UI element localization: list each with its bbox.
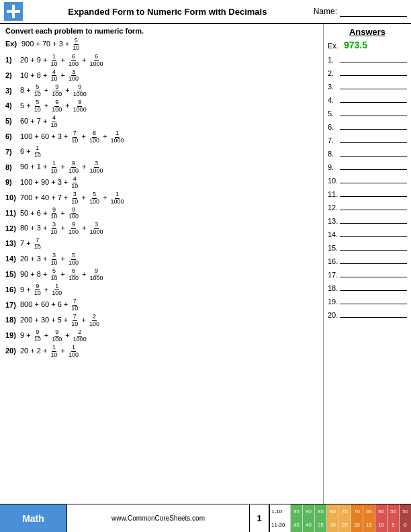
prob-num: 14)	[5, 253, 20, 265]
prob-num: 19)	[5, 330, 20, 341]
answer-line: 12.	[328, 201, 407, 212]
answer-line: 5.	[328, 107, 407, 118]
score-row: 11-20454035302520151050	[270, 519, 411, 533]
problems-container: 1)20 + 9 + 110 + 6100 + 610002)10 + 8 + …	[5, 54, 318, 359]
problem-row: 13)7 + 710	[5, 237, 318, 251]
main-content: Convert each problem to numeric form. Ex…	[0, 24, 411, 504]
math-button[interactable]: Math	[0, 504, 67, 532]
fraction: 310	[50, 222, 58, 236]
score-cell: 20	[351, 519, 363, 533]
answer-line-num: 18.	[328, 284, 340, 292]
fraction: 710	[71, 130, 79, 144]
fraction: 410	[50, 115, 58, 129]
score-cell: 25	[338, 519, 351, 533]
score-cell: 10	[375, 519, 387, 533]
fraction: 910	[50, 207, 58, 221]
answer-line-num: 13.	[328, 217, 340, 225]
answer-line-num: 19.	[328, 298, 340, 306]
answer-blank	[340, 161, 407, 170]
answer-blank	[340, 187, 407, 197]
prob-expr: 20 + 3 + 310 + 5100	[20, 253, 80, 267]
problem-row: 17)800 + 60 + 6 + 710	[5, 298, 318, 312]
example-row: Ex) 900 + 70 + 3 + 510	[5, 38, 318, 52]
prob-expr: 800 + 60 + 6 + 710	[20, 298, 79, 312]
score-range-label: 1-10	[270, 508, 290, 515]
prob-num: 9)	[5, 177, 20, 188]
fraction: 61000	[89, 54, 104, 68]
footer-website: www.CommonCoreSheets.com	[67, 504, 249, 532]
answer-blank	[340, 120, 407, 130]
instructions: Convert each problem to numeric form.	[5, 27, 318, 35]
fraction: 710	[71, 298, 79, 312]
answer-line: 15.	[328, 241, 407, 252]
answer-line-num: 3.	[328, 83, 340, 91]
fraction: 1100	[51, 283, 62, 298]
answer-line-num: 1.	[328, 56, 340, 64]
problem-row: 7)6 + 110	[5, 145, 318, 159]
score-range-label: 11-20	[270, 522, 290, 528]
prob-num: 18)	[5, 314, 20, 326]
problem-row: 6)100 + 60 + 3 + 710 + 6100 + 11000	[5, 130, 318, 144]
fraction: 1100	[68, 345, 79, 359]
fraction: 510	[50, 268, 58, 282]
fraction: 110	[50, 54, 58, 68]
answer-blank	[340, 295, 407, 304]
fraction: 310	[71, 191, 79, 206]
score-cell: 50	[399, 504, 411, 519]
answer-line-num: 7.	[328, 136, 340, 144]
answer-blank	[340, 80, 407, 89]
problem-row: 5)60 + 7 + 410	[5, 115, 318, 129]
prob-expr: 50 + 6 + 910 + 9100	[20, 207, 80, 221]
answer-blank	[340, 308, 407, 318]
fraction: 110	[34, 145, 42, 159]
prob-num: 10)	[5, 192, 20, 204]
fraction: 11000	[109, 130, 124, 144]
prob-expr: 90 + 1 + 110 + 9100 + 31000	[20, 161, 105, 175]
prob-num: 2)	[5, 70, 20, 81]
answer-line: 10.	[328, 174, 407, 185]
fraction: 9100	[51, 84, 62, 98]
fraction: 310	[50, 253, 58, 267]
problem-row: 15)90 + 8 + 510 + 6100 + 91000	[5, 268, 318, 282]
answer-line: 9.	[328, 161, 407, 171]
ex-label: Ex)	[5, 40, 21, 48]
answer-line-num: 17.	[328, 271, 340, 279]
prob-expr: 9 + 910 + 1100	[20, 283, 63, 298]
answer-line-num: 9.	[328, 163, 340, 171]
fraction: 510	[34, 99, 42, 114]
prob-expr: 100 + 90 + 3 + 410	[20, 176, 79, 190]
answer-blank	[340, 281, 407, 291]
fraction: 21000	[73, 329, 87, 343]
answer-blank	[340, 241, 407, 251]
prob-num: 8)	[5, 162, 20, 173]
answer-line: 1.	[328, 53, 407, 64]
problem-row: 11)50 + 6 + 910 + 9100	[5, 207, 318, 221]
prob-expr: 20 + 9 + 110 + 6100 + 61000	[20, 54, 105, 68]
problem-row: 4)5 + 510 + 9100 + 91000	[5, 99, 318, 114]
problem-row: 18)200 + 30 + 5 + 710 + 2100	[5, 314, 318, 328]
answer-line: 13.	[328, 214, 407, 225]
prob-num: 3)	[5, 85, 20, 97]
fraction: 110	[50, 345, 58, 359]
fraction: 91000	[73, 99, 87, 114]
prob-num: 6)	[5, 131, 20, 142]
answers-title: Answers	[328, 27, 407, 37]
prob-num: 12)	[5, 223, 20, 234]
answer-line: 3.	[328, 80, 407, 91]
answer-blank	[340, 201, 407, 210]
answer-blank	[340, 66, 407, 76]
answer-line-num: 4.	[328, 96, 340, 104]
prob-num: 20)	[5, 345, 20, 357]
problem-row: 2)10 + 8 + 410 + 3100	[5, 69, 318, 83]
ex-fraction: 510	[72, 38, 80, 52]
score-cell: 60	[375, 504, 387, 519]
fraction: 5100	[89, 191, 100, 206]
answer-line-num: 5.	[328, 109, 340, 118]
fraction: 31000	[89, 222, 104, 236]
score-cell: 55	[387, 504, 399, 519]
prob-expr: 7 + 710	[20, 237, 42, 251]
problem-row: 14)20 + 3 + 310 + 5100	[5, 253, 318, 267]
fraction: 710	[71, 314, 79, 328]
prob-num: 17)	[5, 300, 20, 311]
prob-expr: 20 + 2 + 110 + 1100	[20, 345, 80, 359]
